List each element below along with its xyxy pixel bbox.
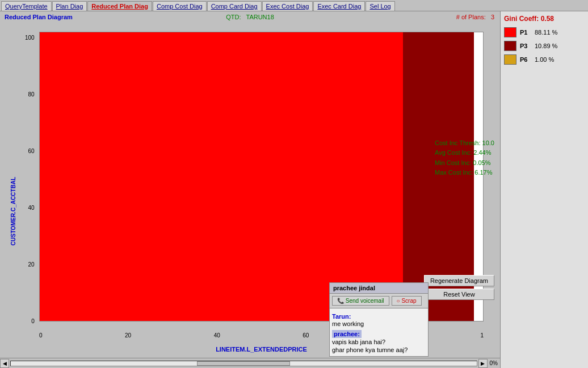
y-axis-label-container: CUSTOMER.C_ACCTBAL bbox=[9, 32, 25, 322]
max-cost-inc-label: Max Cost Inc: bbox=[435, 169, 473, 176]
plans-info: # of Plans: 3 bbox=[456, 14, 494, 20]
chat-sender-tarun: Tarun: bbox=[332, 313, 426, 320]
buttons-area: Regenerate Diagram Reset View bbox=[424, 275, 494, 300]
nav-tab-comp-cost-diag[interactable]: Comp Cost Diag bbox=[153, 1, 207, 11]
scroll-right-button[interactable]: ▶ bbox=[478, 359, 488, 368]
phone-icon: 📞 bbox=[337, 298, 344, 304]
scroll-pct: 0% bbox=[488, 360, 500, 366]
chat-buttons: 📞 Send voicemail ○ Scrap bbox=[330, 294, 428, 308]
chat-message: ghar phone kya tumne aaj? bbox=[332, 346, 426, 354]
max-cost-inc-value: 6.17% bbox=[474, 169, 492, 176]
regenerate-button[interactable]: Regenerate Diagram bbox=[424, 275, 494, 286]
chart-inner bbox=[40, 32, 483, 321]
plans-value: 3 bbox=[491, 14, 494, 20]
plan-row-P3: P310.89 % bbox=[504, 41, 585, 51]
min-cost-inc-value: 0.05% bbox=[473, 159, 490, 166]
x-tick: 0 bbox=[39, 332, 43, 339]
plan-pct-P3: 10.89 % bbox=[535, 43, 557, 49]
scrap-label: Scrap bbox=[401, 298, 416, 304]
min-cost-inc-label: Min Cost Inc: bbox=[435, 159, 471, 166]
scrap-button[interactable]: ○ Scrap bbox=[392, 296, 422, 306]
nav-tab-query-template[interactable]: QueryTemplate bbox=[1, 1, 52, 11]
gini-title: Gini Coeff: 0.58 bbox=[504, 15, 585, 23]
plan-color-P1 bbox=[504, 27, 516, 37]
plans-label: # of Plans: bbox=[456, 14, 486, 20]
chart-canvas[interactable] bbox=[39, 32, 484, 322]
top-navigation: QueryTemplatePlan DiagReduced Plan DiagC… bbox=[0, 0, 588, 11]
plan-label-P3: P3 bbox=[520, 43, 531, 49]
nav-tab-comp-card-diag[interactable]: Comp Card Diag bbox=[207, 1, 262, 11]
y-tick: 0 bbox=[31, 318, 37, 324]
y-tick: 40 bbox=[28, 205, 37, 211]
main-container: Reduced Plan Diagram QTD: TARUN18 # of P… bbox=[0, 11, 588, 368]
scroll-track[interactable] bbox=[10, 361, 477, 366]
chat-popup: prachee jindal 📞 Send voicemail ○ Scrap … bbox=[329, 282, 429, 357]
chat-message: me working bbox=[332, 320, 426, 328]
qtd-label: QTD: bbox=[226, 14, 241, 20]
plan-label-P1: P1 bbox=[520, 29, 531, 36]
chart-bar-bar-p1 bbox=[40, 32, 403, 321]
right-sidebar: Gini Coeff: 0.58 P188.11 %P310.89 %P61.0… bbox=[500, 11, 588, 368]
scroll-left-button[interactable]: ◀ bbox=[0, 359, 9, 368]
avg-cost-inc-label: Avg Cost Inc: bbox=[435, 149, 472, 156]
plan-label-P6: P6 bbox=[520, 56, 531, 63]
chart-title: Reduced Plan Diagram bbox=[2, 12, 75, 22]
y-tick: 60 bbox=[28, 148, 37, 154]
chart-area: Reduced Plan Diagram QTD: TARUN18 # of P… bbox=[0, 11, 500, 368]
plan-color-P6 bbox=[504, 54, 516, 65]
y-tick: 100 bbox=[25, 35, 37, 41]
x-tick: 20 bbox=[125, 332, 131, 339]
circle-icon: ○ bbox=[397, 298, 400, 304]
plan-row-P1: P188.11 % bbox=[504, 27, 585, 37]
nav-tab-exec-cost-diag[interactable]: Exec Cost Diag bbox=[262, 1, 313, 11]
scroll-thumb[interactable] bbox=[197, 361, 290, 366]
nav-tab-sel-log[interactable]: Sel Log bbox=[366, 1, 394, 11]
chat-header: prachee jindal bbox=[330, 283, 428, 294]
min-cost-inc: Min Cost Inc: 0.05% bbox=[435, 158, 494, 168]
cost-inc-thresh-label: Cost Inc Thresh: bbox=[435, 139, 481, 146]
y-axis-label: CUSTOMER.C_ACCTBAL bbox=[10, 177, 16, 246]
nav-tab-exec-card-diag[interactable]: Exec Card Diag bbox=[313, 1, 365, 11]
chat-message: vapis kab jana hai? bbox=[332, 338, 426, 346]
nav-tab-plan-diag[interactable]: Plan Diag bbox=[52, 1, 87, 11]
cost-inc-thresh: Cost Inc Thresh: 10.0 bbox=[435, 138, 494, 148]
qtd-value: TARUN18 bbox=[246, 14, 274, 20]
plan-pct-P1: 88.11 % bbox=[535, 29, 557, 36]
chat-messages[interactable]: Tarun:me workingprachee:vapis kab jana h… bbox=[330, 308, 428, 356]
avg-cost-inc: Avg Cost Inc: 2.44% bbox=[435, 148, 494, 158]
reset-view-button[interactable]: Reset View bbox=[424, 289, 494, 300]
y-tick: 20 bbox=[28, 261, 37, 268]
scrollbar-area: ◀ ▶ 0% bbox=[0, 358, 500, 368]
chat-sender-prachee: prachee: bbox=[332, 330, 362, 338]
send-voicemail-button[interactable]: 📞 Send voicemail bbox=[332, 296, 389, 306]
plan-row-P6: P61.00 % bbox=[504, 54, 585, 65]
cost-inc-thresh-value: 10.0 bbox=[482, 139, 494, 146]
avg-cost-inc-value: 2.44% bbox=[473, 149, 491, 156]
stats-box: Cost Inc Thresh: 10.0 Avg Cost Inc: 2.44… bbox=[435, 138, 494, 177]
x-tick: 40 bbox=[214, 332, 220, 339]
plans-legend: P188.11 %P310.89 %P61.00 % bbox=[504, 27, 585, 65]
x-tick: 1 bbox=[480, 332, 484, 339]
plan-color-P3 bbox=[504, 41, 516, 51]
nav-tab-reduced-plan-diag[interactable]: Reduced Plan Diag bbox=[87, 1, 152, 11]
max-cost-inc: Max Cost Inc: 6.17% bbox=[435, 168, 494, 178]
plan-pct-P6: 1.00 % bbox=[535, 56, 554, 63]
qtd-info: QTD: TARUN18 bbox=[226, 14, 274, 20]
y-tick: 80 bbox=[28, 91, 37, 98]
y-axis: 020406080100 bbox=[25, 35, 37, 324]
send-voicemail-label: Send voicemail bbox=[346, 298, 384, 304]
x-tick: 60 bbox=[303, 332, 309, 339]
